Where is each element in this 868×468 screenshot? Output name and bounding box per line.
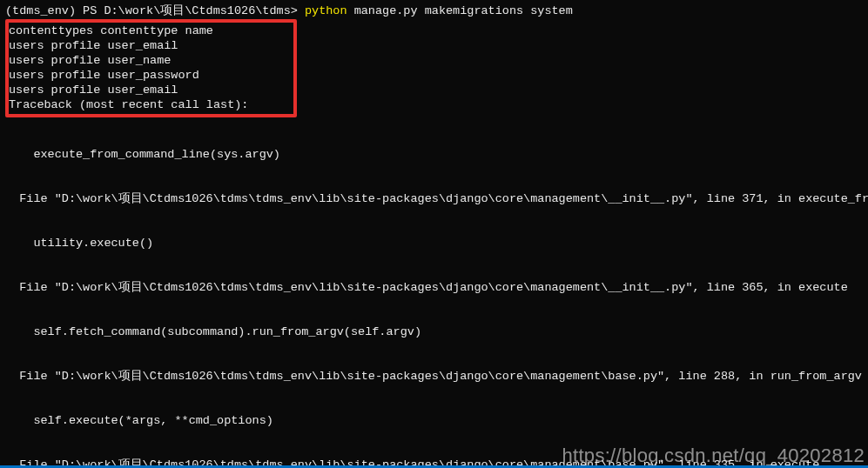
- output-line: users profile user_email: [9, 83, 292, 97]
- traceback-block: execute_from_command_line(sys.argv) File…: [5, 117, 863, 468]
- traceback-line: execute_from_command_line(sys.argv): [5, 147, 863, 162]
- traceback-line: utility.execute(): [5, 236, 863, 251]
- traceback-line: File "D:\work\项目\Ctdms1026\tdms\tdms_env…: [5, 191, 863, 206]
- traceback-header: Traceback (most recent call last):: [9, 97, 292, 112]
- prompt-prefix: (tdms_env) PS D:\work\项目\Ctdms1026\tdms>: [5, 4, 305, 17]
- command-prompt-line[interactable]: (tdms_env) PS D:\work\项目\Ctdms1026\tdms>…: [5, 3, 863, 18]
- highlighted-output-box: contenttypes contenttype name users prof…: [5, 19, 297, 117]
- traceback-line: self.fetch_command(subcommand).run_from_…: [5, 324, 863, 339]
- traceback-line: File "D:\work\项目\Ctdms1026\tdms\tdms_env…: [5, 280, 863, 295]
- command-args: manage.py makemigrations system: [347, 4, 573, 17]
- output-line: users profile user_name: [9, 53, 292, 68]
- traceback-line: File "D:\work\项目\Ctdms1026\tdms\tdms_env…: [5, 369, 863, 384]
- watermark-url: https://blog.csdn.net/qq_40202812: [562, 448, 865, 463]
- command-keyword: python: [305, 4, 347, 17]
- output-line: contenttypes contenttype name: [9, 23, 292, 38]
- output-line: users profile user_password: [9, 68, 292, 83]
- output-line: users profile user_email: [9, 38, 292, 53]
- traceback-line: self.execute(*args, **cmd_options): [5, 413, 863, 428]
